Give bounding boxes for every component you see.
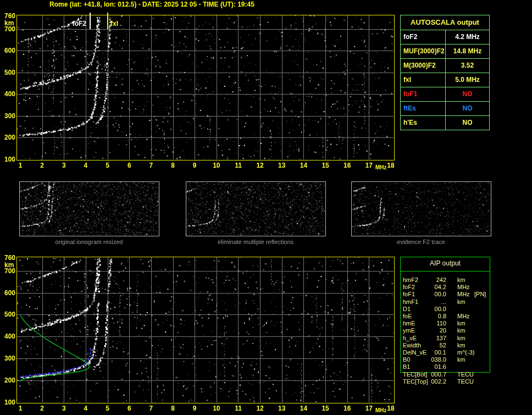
aip-row-value: 002.2: [420, 378, 446, 385]
autoscala-row: foF24.2 MHz: [401, 30, 489, 44]
autoscala-row: MUF(3000)F214.8 MHz: [401, 44, 489, 58]
aip-header-divider: [400, 271, 490, 272]
thumbnail-caption-original: original ionogram resized: [19, 239, 159, 245]
autoscala-row-label: h'Es: [401, 116, 445, 130]
aip-row: TEC[Top]002.2TECU: [400, 378, 491, 385]
aip-row-label: B1: [403, 363, 410, 370]
autoscala-row-label: ftEs: [401, 102, 445, 115]
aip-row-value: 038.0: [420, 356, 446, 363]
aip-row-unit: TECU: [457, 371, 474, 378]
aip-row: D100.0: [400, 306, 491, 313]
aip-row-label: foE: [403, 313, 412, 319]
aip-output-panel: AIP output hmF2242kmfoF204.2MHzfoF100.0M…: [400, 257, 491, 389]
autoscala-table-header: AUTOSCALA output: [401, 15, 489, 30]
aip-row-unit: TECU: [457, 378, 474, 385]
aip-row-label: ymE: [403, 327, 415, 334]
autoscala-row-label: MUF(3000)F2: [401, 45, 445, 58]
aip-row-label: foF2: [403, 284, 415, 290]
autoscala-row-label: fxI: [401, 73, 445, 87]
aip-row-value: 00.0: [420, 291, 446, 297]
aip-row: TEC[Bot]000.7TECU: [400, 371, 491, 378]
aip-row-unit: km: [457, 335, 465, 341]
aip-row-unit: km: [457, 342, 465, 348]
aip-row: hmF2242km: [400, 276, 491, 284]
autoscala-row-value: 3.52: [445, 59, 489, 73]
aip-row-value: ...: [420, 298, 446, 305]
aip-row: hmE110km: [400, 320, 491, 327]
aip-row-unit: km: [457, 327, 465, 334]
aip-row: foE0.8MHz: [400, 313, 491, 320]
aip-row-unit: MHz: [457, 284, 470, 290]
aip-row-label: B0: [403, 356, 410, 363]
autoscala-row-value: NO: [445, 102, 489, 115]
autoscala-row: fxI5.0 MHz: [401, 73, 489, 87]
aip-row-value: 04.2: [420, 284, 446, 290]
aip-row-value: 137: [420, 335, 446, 341]
aip-row: DelN_vE00.1m^(-3): [400, 349, 491, 356]
aip-row-value: 242: [420, 276, 446, 283]
aip-panel-header: AIP output: [400, 259, 490, 267]
aip-row-unit: km: [457, 298, 465, 305]
aip-row-value: 00.1: [420, 349, 446, 356]
autoscala-row: h'EsNO: [401, 115, 489, 130]
autoscala-row-value: NO: [445, 116, 489, 130]
autoscala-row-value: NO: [445, 87, 489, 101]
aip-row: foF204.2MHz: [400, 284, 491, 291]
autoscala-row: ftEsNO: [401, 101, 489, 115]
aip-row-unit: km: [457, 320, 465, 327]
aip-row: ymE20km: [400, 327, 491, 334]
aip-row-unit: km: [457, 356, 465, 363]
aip-row-label: hmF2: [403, 276, 418, 283]
aip-row-label: D1: [403, 306, 411, 312]
aip-row-value: 20: [420, 327, 446, 334]
autoscala-row-value: 5.0 MHz: [445, 73, 489, 87]
autoscala-row-value: 4.2 MHz: [445, 30, 489, 44]
aip-row: B101.6: [400, 363, 491, 370]
aip-row-label: hmF1: [403, 298, 418, 305]
autoscala-table-rows: foF24.2 MHzMUF(3000)F214.8 MHzM(3000)F23…: [401, 30, 489, 130]
aip-row: B0038.0km: [400, 356, 491, 363]
aip-row-value: 00.0: [420, 306, 446, 312]
aip-row: foF100.0MHz[PN]: [400, 291, 491, 298]
autoscala-row-label: M(3000)F2: [401, 59, 445, 73]
autoscala-output-table: AUTOSCALA output foF24.2 MHzMUF(3000)F21…: [400, 15, 490, 130]
aip-row-label: Ewidth: [403, 342, 421, 348]
aip-row-value: 0.8: [420, 313, 446, 319]
aip-row-unit: km: [457, 276, 465, 283]
aip-row-label: h_vE: [403, 335, 417, 341]
autoscala-row-value: 14.8 MHz: [445, 45, 489, 58]
autoscala-row: foF1NO: [401, 87, 489, 101]
aip-row-value: 000.7: [420, 371, 446, 378]
autoscala-row-label: foF2: [401, 30, 445, 44]
aip-row-extra: [PN]: [474, 291, 486, 297]
station-title: Rome (lat: +41.8, lon: 012.5) - DATE: 20…: [49, 1, 254, 8]
aip-row-unit: m^(-3): [457, 349, 474, 356]
aip-row-label: hmE: [403, 320, 415, 327]
autoscala-row: M(3000)F23.52: [401, 58, 489, 73]
autoscala-row-label: foF1: [401, 87, 445, 101]
aip-row: hmF1...km: [400, 298, 491, 306]
autoscala-app-window: Rome (lat: +41.8, lon: 012.5) - DATE: 20…: [0, 0, 532, 415]
thumbnail-caption-eliminate: eliminate multiple reflections: [186, 239, 325, 245]
aip-row: h_vE137km: [400, 335, 491, 342]
aip-row-value: 110: [420, 320, 446, 327]
thumbnail-caption-evidence: evidence F2 trace: [351, 239, 491, 245]
aip-row-label: foF1: [403, 291, 415, 297]
aip-row-value: 01.6: [420, 363, 446, 370]
aip-row: Ewidth52km: [400, 342, 491, 349]
aip-row-unit: MHz: [457, 313, 470, 319]
aip-row-value: 52: [420, 342, 446, 348]
aip-row-unit: MHz: [457, 291, 470, 297]
